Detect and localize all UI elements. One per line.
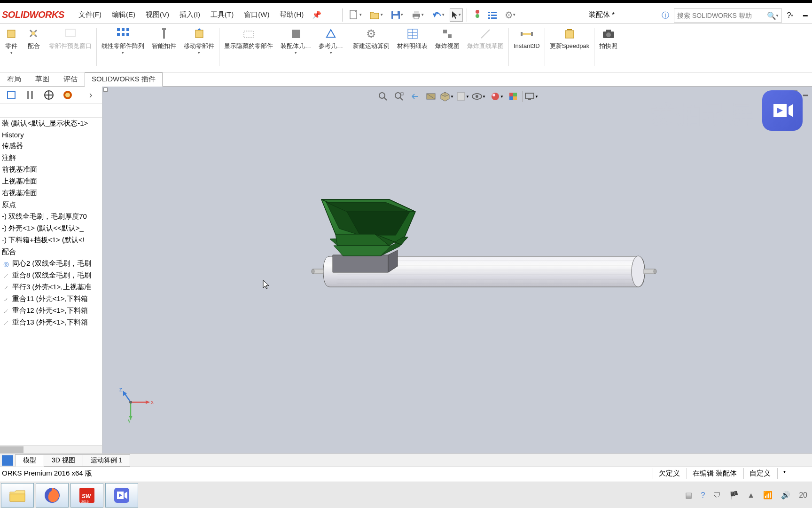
assembly-model[interactable] (309, 190, 657, 314)
tray-flag-icon[interactable]: 🏴 (729, 491, 739, 500)
tray-up-icon[interactable]: ▲ (747, 491, 755, 500)
svg-rect-34 (448, 34, 452, 38)
search-input[interactable] (674, 12, 765, 19)
tree-tab-config-icon[interactable] (39, 87, 58, 103)
tree-annotations[interactable]: 注解 (0, 152, 102, 164)
tree-origin[interactable]: 原点 (0, 199, 102, 211)
menu-tools[interactable]: 工具(T) (206, 8, 238, 21)
hide-show-icon[interactable]: ▼ (472, 89, 486, 103)
menu-edit[interactable]: 编辑(E) (107, 8, 140, 21)
open-button[interactable]: ▼ (367, 8, 386, 22)
tree-sensors[interactable]: 传感器 (0, 140, 102, 152)
ribbon-assembly-feature[interactable]: 装配体几…▾ (277, 26, 315, 70)
tree-mates[interactable]: 配合 (0, 246, 102, 258)
new-button[interactable]: ▼ (346, 8, 365, 22)
bottom-tab-expand-icon[interactable] (2, 455, 13, 466)
tree-tab-feature-icon[interactable] (2, 87, 21, 103)
tree-mate-coincident8[interactable]: ⟋重合8 (双线全毛刷，毛刷 (0, 270, 102, 281)
help-info-icon[interactable]: ⓘ (659, 9, 672, 22)
ribbon-reference-geometry[interactable]: 参考几…▾ (315, 26, 347, 70)
ribbon-exploded-view[interactable]: 爆炸视图 (431, 26, 463, 70)
tree-part-box[interactable]: -) 下料箱+挡板<1> (默认<! (0, 234, 102, 246)
tree-tab-property-icon[interactable] (21, 87, 39, 103)
viewport-minimize-icon[interactable] (103, 87, 108, 92)
tree-mate-parallel3[interactable]: ⟋平行3 (外壳<1>,上视基准 (0, 281, 102, 293)
svg-rect-35 (521, 32, 523, 36)
viewport-min-icon[interactable]: ━ (803, 90, 808, 101)
display-style-icon[interactable]: ▼ (456, 89, 470, 103)
bottom-tab-3dview[interactable]: 3D 视图 (44, 454, 83, 467)
bottom-tab-model[interactable]: 模型 (15, 454, 44, 467)
tab-sketch[interactable]: 草图 (28, 72, 56, 86)
menu-insert[interactable]: 插入(I) (175, 8, 205, 21)
tray-shield-icon[interactable]: 🛡 (713, 491, 721, 500)
tree-right-plane[interactable]: 右视基准面 (0, 187, 102, 199)
ribbon-show-hidden[interactable]: 显示隐藏的零部件 (220, 26, 277, 70)
tree-history[interactable]: History (0, 129, 102, 140)
ribbon-mate[interactable]: 配合 (23, 26, 45, 70)
3d-viewport[interactable]: ▼ ▼ ▼ ▼ ▼ ━ (102, 87, 812, 453)
menu-window[interactable]: 窗口(W) (239, 8, 274, 21)
help-button[interactable]: ?▼ (784, 9, 797, 22)
tree-tab-more-icon[interactable]: › (81, 87, 100, 103)
ribbon-new-motion[interactable]: ⚙新建运动算例 (349, 26, 393, 70)
bottom-tab-motion1[interactable]: 运动算例 1 (83, 454, 131, 467)
save-button[interactable]: ▼ (388, 8, 406, 22)
zoom-area-icon[interactable] (392, 89, 406, 103)
sidebar-scrollbar[interactable] (0, 445, 102, 453)
orientation-triad[interactable]: x y z (117, 386, 154, 425)
previous-view-icon[interactable] (408, 89, 422, 103)
tray-disk-icon[interactable]: ▤ (685, 491, 692, 500)
tree-front-plane[interactable]: 前视基准面 (0, 164, 102, 175)
status-custom[interactable]: 自定义 (743, 468, 776, 479)
tray-clock[interactable]: 20 (799, 491, 807, 500)
appearance-icon[interactable]: ▼ (490, 89, 504, 103)
tab-layout[interactable]: 布局 (0, 72, 28, 86)
ribbon-move-component[interactable]: 移动零部件▾ (180, 26, 218, 70)
print-button[interactable]: ▼ (408, 8, 427, 22)
rebuild-button[interactable] (471, 8, 484, 22)
tree-part-brush[interactable]: -) 双线全毛刷，毛刷厚度70 (0, 211, 102, 222)
ribbon-insert-part[interactable]: 零件▾ (0, 26, 23, 70)
ribbon-update-speedpak[interactable]: 更新Speedpak (546, 26, 593, 70)
ribbon-snapshot[interactable]: 拍快照 (595, 26, 621, 70)
status-dropdown-icon[interactable]: ▾ (777, 468, 791, 479)
tree-mate-coincident12[interactable]: ⟋重合12 (外壳<1>,下料箱 (0, 305, 102, 317)
menu-file[interactable]: 文件(F) (74, 8, 106, 21)
taskbar-solidworks[interactable]: SW2016 (70, 483, 103, 508)
ribbon-linear-pattern[interactable]: 线性零部件阵列▾ (98, 26, 148, 70)
options-list-button[interactable] (486, 8, 499, 22)
minimize-button[interactable]: ━ (799, 9, 812, 22)
tree-root[interactable]: 装 (默认<默认_显示状态-1> (0, 118, 102, 129)
taskbar-firefox[interactable] (36, 483, 69, 508)
menu-view[interactable]: 视图(V) (141, 8, 174, 21)
pin-icon[interactable]: 📌 (312, 10, 321, 19)
tree-mate-coincident13[interactable]: ⟋重合13 (外壳<1>,下料箱 (0, 317, 102, 328)
status-underdefined: 欠定义 (653, 468, 686, 479)
view-orientation-icon[interactable]: ▼ (440, 89, 454, 103)
tree-top-plane[interactable]: 上视基准面 (0, 175, 102, 187)
view-settings-icon[interactable]: ▼ (524, 89, 539, 103)
scene-icon[interactable] (506, 89, 520, 103)
tab-plugins[interactable]: SOLIDWORKS 插件 (85, 72, 163, 87)
tree-mate-concentric2[interactable]: ◎同心2 (双线全毛刷，毛刷 (0, 258, 102, 270)
menu-help[interactable]: 帮助(H) (275, 8, 308, 21)
settings-button[interactable]: ⚙▼ (501, 8, 520, 22)
taskbar-explorer[interactable] (1, 483, 34, 508)
taskbar-recorder[interactable] (105, 483, 138, 508)
tree-mate-coincident11[interactable]: ⟋重合11 (外壳<1>,下料箱 (0, 293, 102, 305)
ribbon-bom[interactable]: 材料明细表 (393, 26, 431, 70)
tree-part-shell[interactable]: -) 外壳<1> (默认<<默认>_ (0, 222, 102, 234)
select-button[interactable]: ▼ (450, 8, 463, 22)
ribbon-smart-fastener[interactable]: 智能扣件 (148, 26, 180, 70)
tray-network-icon[interactable]: 📶 (763, 491, 773, 500)
tray-volume-icon[interactable]: 🔊 (781, 491, 790, 500)
tab-evaluate[interactable]: 评估 (56, 72, 85, 86)
section-view-icon[interactable] (424, 89, 438, 103)
tray-help-icon[interactable]: ? (701, 491, 705, 500)
tree-tab-display-icon[interactable] (58, 87, 77, 103)
ribbon-instant3d[interactable]: Instant3D (510, 26, 544, 70)
undo-button[interactable]: ▼ (429, 8, 448, 22)
zoom-fit-icon[interactable] (376, 89, 390, 103)
search-button[interactable]: 🔍▼ (765, 9, 781, 22)
